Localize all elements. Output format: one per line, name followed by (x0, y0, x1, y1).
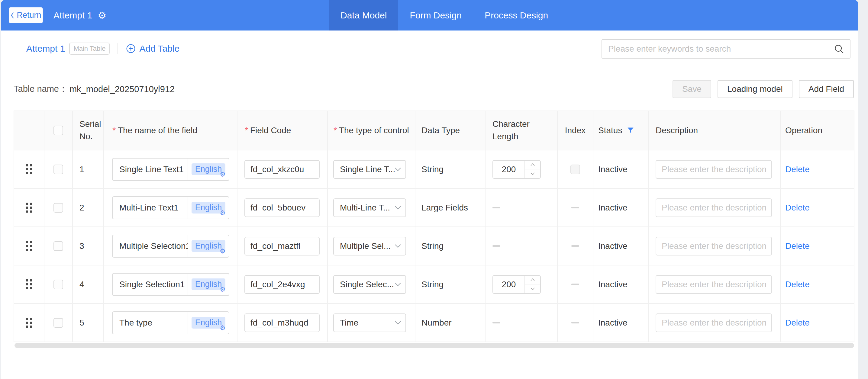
required-asterisk: * (112, 126, 116, 135)
drag-handle-icon[interactable] (26, 318, 32, 328)
control-type-select[interactable]: Single Selec... (333, 275, 406, 294)
index-checkbox[interactable] (570, 165, 580, 174)
data-type-value: Number (422, 318, 452, 328)
row-checkbox[interactable] (54, 203, 63, 213)
description-input[interactable] (656, 198, 772, 217)
header-control-type: *The type of control (328, 111, 415, 150)
control-type-select[interactable]: Multi-Line T... (333, 198, 406, 217)
drag-handle-icon[interactable] (26, 202, 32, 213)
field-code-input[interactable] (244, 160, 320, 179)
stepper-down-icon[interactable] (525, 284, 540, 293)
plus-circle-icon (126, 44, 136, 54)
field-code-input[interactable] (244, 237, 320, 255)
char-length-stepper[interactable]: 200 (492, 275, 541, 294)
search-input[interactable] (602, 44, 834, 54)
row-checkbox[interactable] (54, 165, 63, 174)
table-row: 1 Single Line Text1 English⚙ Single Line… (14, 150, 855, 189)
empty-dash (492, 322, 500, 323)
tab-data-model[interactable]: Data Model (329, 0, 398, 31)
stepper-up-icon[interactable] (525, 276, 540, 285)
empty-dash (571, 322, 579, 323)
header-status: Status (593, 111, 649, 150)
language-settings-icon[interactable]: ⚙ (220, 210, 226, 216)
return-button[interactable]: Return (9, 7, 43, 23)
tab-form-design[interactable]: Form Design (398, 0, 473, 31)
page-title: Attempt 1 (54, 10, 92, 21)
drag-handle-icon[interactable] (26, 241, 32, 251)
table-tab-attempt1[interactable]: Attempt 1 (26, 43, 65, 54)
data-type-value: String (422, 165, 443, 174)
description-input[interactable] (656, 237, 772, 255)
control-type-select[interactable]: Time (333, 313, 406, 332)
empty-dash (492, 207, 500, 209)
field-code-input[interactable] (244, 313, 320, 332)
field-name-input[interactable]: Multi-Line Text1 English⚙ (112, 196, 229, 219)
stepper-up-icon[interactable] (525, 161, 540, 170)
main-card: Return Attempt 1 ⚙ Data Model Form Desig… (1, 0, 858, 379)
delete-link[interactable]: Delete (785, 241, 810, 251)
add-field-button[interactable]: Add Field (799, 80, 854, 98)
language-settings-icon[interactable]: ⚙ (220, 171, 226, 178)
serial-number: 4 (80, 280, 84, 289)
row-checkbox[interactable] (54, 280, 63, 289)
drag-handle-icon[interactable] (26, 164, 32, 174)
description-input[interactable] (656, 160, 772, 179)
stepper-down-icon[interactable] (525, 169, 540, 178)
empty-dash (571, 284, 579, 285)
chevron-down-icon (395, 206, 401, 210)
drag-handle-icon[interactable] (26, 279, 32, 289)
field-code-input[interactable] (244, 198, 320, 217)
data-type-value: Large Fields (422, 203, 468, 213)
search-icon[interactable] (834, 43, 844, 54)
description-input[interactable] (656, 313, 772, 332)
save-button[interactable]: Save (673, 80, 711, 98)
field-name-input[interactable]: Single Line Text1 English⚙ (112, 158, 229, 181)
control-type-select[interactable]: Multiple Sel... (333, 237, 406, 255)
header-checkbox-cell (44, 111, 73, 150)
return-button-label: Return (17, 10, 41, 20)
horizontal-scrollbar[interactable] (14, 343, 854, 348)
row-checkbox[interactable] (54, 241, 63, 251)
header-char-length: Character Length (486, 111, 558, 150)
select-all-checkbox[interactable] (54, 126, 63, 135)
tab-process-design[interactable]: Process Design (473, 0, 560, 31)
field-name-input[interactable]: The type English⚙ (112, 311, 229, 334)
control-type-select[interactable]: Single Line T... (333, 160, 406, 179)
serial-number: 3 (80, 241, 84, 251)
chevron-down-icon (395, 167, 401, 171)
table-row: 2 Multi-Line Text1 English⚙ Multi-Line T… (14, 189, 855, 227)
language-settings-icon[interactable]: ⚙ (220, 248, 226, 255)
field-code-input[interactable] (244, 275, 320, 294)
delete-link[interactable]: Delete (785, 318, 810, 328)
action-row: Table name： mk_model_20250710yl912 Save … (1, 67, 858, 111)
delete-link[interactable]: Delete (785, 280, 810, 289)
header-field-name: *The name of the field (104, 111, 238, 150)
filter-icon[interactable] (627, 127, 634, 134)
loading-model-button[interactable]: Loading model (717, 80, 793, 98)
add-table-button[interactable]: Add Table (126, 43, 180, 54)
status-value: Inactive (598, 165, 627, 174)
data-type-value: String (422, 280, 443, 289)
empty-dash (492, 245, 500, 247)
row-checkbox[interactable] (54, 318, 63, 328)
language-settings-icon[interactable]: ⚙ (220, 325, 226, 331)
status-value: Inactive (598, 203, 627, 213)
field-name-input[interactable]: Multiple Selection1 English⚙ (112, 235, 229, 258)
status-value: Inactive (598, 280, 627, 289)
field-name-input[interactable]: Single Selection1 English⚙ (112, 273, 229, 296)
chevron-down-icon (395, 282, 401, 287)
settings-gear-icon[interactable]: ⚙ (98, 10, 106, 20)
language-settings-icon[interactable]: ⚙ (220, 286, 226, 293)
delete-link[interactable]: Delete (785, 165, 810, 174)
required-asterisk: * (244, 126, 248, 135)
status-value: Inactive (598, 318, 627, 328)
header-data-type: Data Type (415, 111, 486, 150)
search-box (601, 39, 850, 59)
char-length-stepper[interactable]: 200 (492, 160, 541, 179)
table-name-label: Table name： (13, 83, 68, 95)
delete-link[interactable]: Delete (785, 203, 810, 213)
table-name: Table name： mk_model_20250710yl912 (13, 67, 175, 111)
header-drag-column (14, 111, 44, 150)
description-input[interactable] (656, 275, 772, 294)
status-value: Inactive (598, 241, 627, 251)
